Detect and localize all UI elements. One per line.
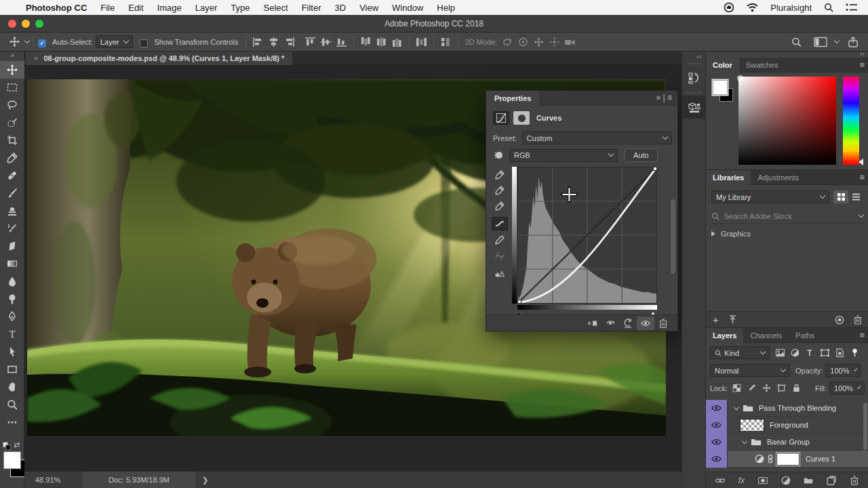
close-document-icon[interactable]: × xyxy=(34,54,38,62)
clip-to-layer-icon[interactable] xyxy=(584,317,601,330)
distribute-vertical-centers-icon[interactable] xyxy=(376,37,387,47)
align-bottom-edges-icon[interactable] xyxy=(336,37,347,47)
swap-colors-icon[interactable]: ⇄ xyxy=(14,441,20,449)
tool-preset-chevron-icon[interactable] xyxy=(24,37,30,43)
black-point-sampler-icon[interactable] xyxy=(492,168,508,182)
properties-scrollbar[interactable] xyxy=(671,199,675,274)
curves-adjustment-icon[interactable] xyxy=(493,111,509,125)
auto-select-dropdown[interactable]: Layer xyxy=(96,35,134,48)
eyedropper-tool[interactable] xyxy=(0,149,24,167)
visibility-toggle[interactable] xyxy=(706,417,728,434)
tab-libraries[interactable]: Libraries xyxy=(706,170,751,185)
foreground-color-swatch[interactable] xyxy=(3,451,21,469)
hue-slider[interactable] xyxy=(843,77,859,165)
menu-file[interactable]: File xyxy=(94,3,121,13)
layer-thumbnail[interactable] xyxy=(740,419,764,432)
layers-scrollbar[interactable] xyxy=(863,403,867,450)
stock-search-input[interactable]: Search Adobe Stock xyxy=(724,212,854,220)
shape-tool[interactable] xyxy=(0,361,24,378)
distribute-spacing-icon[interactable] xyxy=(440,37,452,47)
color-panel-menu-icon[interactable]: ≡ xyxy=(859,58,865,73)
align-left-edges-icon[interactable] xyxy=(252,37,264,47)
search-icon[interactable] xyxy=(791,37,802,47)
layer-styles-icon[interactable]: fx xyxy=(738,476,745,485)
properties-tab[interactable]: Properties xyxy=(486,91,539,106)
document-tab[interactable]: × 08-group-composite-modes.psd @ 48.9% (… xyxy=(26,52,292,65)
blend-mode-select[interactable]: Normal xyxy=(710,364,790,377)
layers-panel-menu-icon[interactable]: ≡ xyxy=(859,328,865,343)
new-adjustment-layer-icon[interactable] xyxy=(781,476,791,485)
dodge-tool[interactable] xyxy=(0,290,24,308)
color-field[interactable] xyxy=(738,77,836,165)
crop-tool[interactable] xyxy=(0,131,24,149)
control-center-icon[interactable] xyxy=(846,3,857,12)
lock-pixels-icon[interactable] xyxy=(744,382,759,394)
clone-stamp-tool[interactable] xyxy=(0,202,24,220)
3d-panel-icon[interactable] xyxy=(682,96,706,119)
view-previous-state-icon[interactable] xyxy=(601,317,619,330)
reset-adjustment-icon[interactable] xyxy=(619,317,637,330)
history-panel-icon[interactable] xyxy=(682,66,706,89)
collapse-panel-icon[interactable]: » xyxy=(656,93,661,102)
align-right-edges-icon[interactable] xyxy=(283,37,295,47)
channel-dropdown[interactable]: RGB xyxy=(509,149,618,162)
color-panel-collapse-icon[interactable]: ‹‹ xyxy=(706,52,868,58)
minimize-window-button[interactable] xyxy=(22,20,30,28)
document-size-info[interactable]: Doc: 5.93M/18.9M xyxy=(81,472,197,488)
move-tool[interactable] xyxy=(0,61,24,79)
menu-view[interactable]: View xyxy=(353,3,385,13)
grid-view-icon[interactable] xyxy=(833,190,848,203)
list-view-icon[interactable] xyxy=(848,190,863,203)
lock-artboard-icon[interactable] xyxy=(774,382,789,394)
layer-row-adjustment-selected[interactable]: Curves 1 xyxy=(706,451,868,468)
healing-brush-tool[interactable] xyxy=(0,167,24,184)
filter-type-layers-icon[interactable]: T xyxy=(802,346,817,359)
library-select[interactable]: My Library xyxy=(711,190,829,203)
expand-panels-icon[interactable]: ‹‹ xyxy=(682,52,705,60)
hue-slider-marker[interactable] xyxy=(859,159,863,165)
path-selection-tool[interactable] xyxy=(0,343,24,361)
distribute-horizontally-icon[interactable] xyxy=(416,37,427,47)
layer-row-image[interactable]: Foreground xyxy=(706,417,868,434)
zoom-level-field[interactable]: 48.91% xyxy=(31,472,64,488)
menu-app-name[interactable]: Photoshop CC xyxy=(19,3,94,13)
3d-roll-icon[interactable] xyxy=(517,37,529,47)
menu-layer[interactable]: Layer xyxy=(189,3,224,13)
filter-smart-objects-icon[interactable] xyxy=(832,346,847,359)
curves-grid[interactable] xyxy=(517,167,657,304)
visibility-toggle[interactable] xyxy=(706,451,728,468)
filter-adjustment-layers-icon[interactable] xyxy=(787,346,802,359)
layer-name[interactable]: Foreground xyxy=(770,421,808,429)
foreground-color-well[interactable] xyxy=(713,80,728,95)
3d-slide-icon[interactable] xyxy=(549,37,560,47)
add-layer-mask-icon[interactable] xyxy=(758,476,768,485)
auto-button[interactable]: Auto xyxy=(625,148,658,162)
layer-row-group[interactable]: Baear Group xyxy=(706,434,868,451)
blur-tool[interactable] xyxy=(0,272,24,290)
new-group-icon[interactable] xyxy=(804,476,813,485)
spotlight-search-icon[interactable] xyxy=(824,3,833,12)
layer-mask-thumbnail[interactable] xyxy=(776,453,800,466)
color-field-marker[interactable] xyxy=(737,75,743,81)
marquee-tool[interactable] xyxy=(0,79,24,96)
adjustment-layer-icon[interactable] xyxy=(755,454,764,464)
3d-drag-icon[interactable] xyxy=(533,37,545,47)
preset-dropdown[interactable]: Custom xyxy=(522,131,672,144)
delete-adjustment-icon[interactable] xyxy=(654,317,672,330)
layer-filter-select[interactable]: Kind xyxy=(710,346,770,359)
align-vertical-centers-icon[interactable] xyxy=(320,37,332,47)
edit-toolbar-icon[interactable] xyxy=(0,413,24,431)
toolbar-collapse-icon[interactable]: ›› xyxy=(0,52,24,61)
tab-layers[interactable]: Layers xyxy=(706,328,743,343)
close-window-button[interactable] xyxy=(8,20,16,28)
lock-position-icon[interactable] xyxy=(759,382,774,394)
pen-tool[interactable] xyxy=(0,308,24,325)
group-expand-icon[interactable] xyxy=(742,439,747,444)
smooth-curve-icon[interactable] xyxy=(492,249,508,263)
layer-mask-icon[interactable] xyxy=(513,111,530,125)
white-point-sampler-icon[interactable] xyxy=(492,199,508,213)
lasso-tool[interactable] xyxy=(0,96,24,114)
3d-camera-icon[interactable] xyxy=(564,37,576,47)
histogram-warning-icon[interactable] xyxy=(492,267,508,281)
delete-layer-icon[interactable] xyxy=(850,476,859,485)
